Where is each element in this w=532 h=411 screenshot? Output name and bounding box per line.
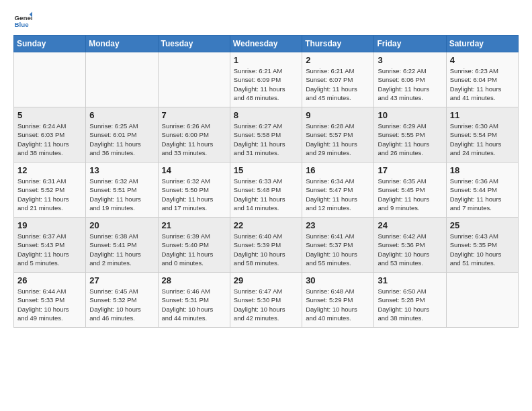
day-number: 21: [162, 220, 226, 230]
cell-info: Sunrise: 6:46 AM Sunset: 5:31 PM Dayligh…: [162, 287, 226, 322]
day-number: 14: [162, 165, 226, 175]
calendar-week-1: 1Sunrise: 6:21 AM Sunset: 6:09 PM Daylig…: [14, 52, 519, 107]
day-number: 16: [306, 165, 370, 175]
cell-info: Sunrise: 6:41 AM Sunset: 5:37 PM Dayligh…: [306, 232, 370, 267]
calendar-week-5: 26Sunrise: 6:44 AM Sunset: 5:33 PM Dayli…: [14, 273, 519, 328]
cell-info: Sunrise: 6:21 AM Sunset: 6:09 PM Dayligh…: [234, 66, 298, 102]
weekday-row: Sunday Monday Tuesday Wednesday Thursday…: [14, 36, 519, 52]
calendar-cell: [446, 273, 518, 328]
calendar-week-2: 5Sunrise: 6:24 AM Sunset: 6:03 PM Daylig…: [14, 107, 519, 163]
calendar-cell: 26Sunrise: 6:44 AM Sunset: 5:33 PM Dayli…: [14, 273, 86, 328]
cell-info: Sunrise: 6:50 AM Sunset: 5:28 PM Dayligh…: [378, 287, 442, 322]
calendar-cell: 23Sunrise: 6:41 AM Sunset: 5:37 PM Dayli…: [302, 218, 374, 273]
calendar-cell: 2Sunrise: 6:21 AM Sunset: 6:07 PM Daylig…: [302, 52, 374, 107]
calendar-cell: 19Sunrise: 6:37 AM Sunset: 5:43 PM Dayli…: [14, 218, 86, 273]
header: General Blue: [13, 11, 519, 30]
calendar-cell: 1Sunrise: 6:21 AM Sunset: 6:09 PM Daylig…: [230, 52, 302, 107]
cell-info: Sunrise: 6:24 AM Sunset: 6:03 PM Dayligh…: [17, 122, 82, 157]
day-number: 3: [378, 55, 442, 65]
cell-info: Sunrise: 6:36 AM Sunset: 5:44 PM Dayligh…: [450, 177, 515, 212]
cell-info: Sunrise: 6:38 AM Sunset: 5:41 PM Dayligh…: [89, 232, 154, 267]
calendar-cell: 17Sunrise: 6:35 AM Sunset: 5:45 PM Dayli…: [374, 163, 446, 218]
day-number: 17: [378, 165, 442, 175]
cell-info: Sunrise: 6:35 AM Sunset: 5:45 PM Dayligh…: [378, 177, 442, 212]
calendar-body: 1Sunrise: 6:21 AM Sunset: 6:09 PM Daylig…: [14, 52, 519, 328]
cell-info: Sunrise: 6:48 AM Sunset: 5:29 PM Dayligh…: [306, 287, 370, 322]
calendar-cell: 24Sunrise: 6:42 AM Sunset: 5:36 PM Dayli…: [374, 218, 446, 273]
day-number: 15: [234, 165, 298, 175]
cell-info: Sunrise: 6:43 AM Sunset: 5:35 PM Dayligh…: [450, 232, 515, 267]
cell-info: Sunrise: 6:31 AM Sunset: 5:52 PM Dayligh…: [17, 177, 82, 212]
day-number: 4: [450, 55, 515, 65]
day-number: 24: [378, 220, 442, 230]
calendar: Sunday Monday Tuesday Wednesday Thursday…: [13, 35, 519, 328]
cell-info: Sunrise: 6:27 AM Sunset: 5:58 PM Dayligh…: [234, 122, 298, 157]
day-number: 31: [378, 275, 442, 285]
cell-info: Sunrise: 6:26 AM Sunset: 6:00 PM Dayligh…: [162, 122, 226, 157]
weekday-wednesday: Wednesday: [230, 36, 302, 52]
day-number: 28: [162, 275, 226, 285]
calendar-cell: 28Sunrise: 6:46 AM Sunset: 5:31 PM Dayli…: [158, 273, 230, 328]
day-number: 25: [450, 220, 515, 230]
cell-info: Sunrise: 6:30 AM Sunset: 5:54 PM Dayligh…: [450, 122, 515, 157]
cell-info: Sunrise: 6:21 AM Sunset: 6:07 PM Dayligh…: [306, 66, 370, 102]
calendar-cell: 7Sunrise: 6:26 AM Sunset: 6:00 PM Daylig…: [158, 107, 230, 163]
cell-info: Sunrise: 6:22 AM Sunset: 6:06 PM Dayligh…: [378, 66, 442, 102]
cell-info: Sunrise: 6:39 AM Sunset: 5:40 PM Dayligh…: [162, 232, 226, 267]
cell-info: Sunrise: 6:42 AM Sunset: 5:36 PM Dayligh…: [378, 232, 442, 267]
weekday-sunday: Sunday: [14, 36, 86, 52]
cell-info: Sunrise: 6:34 AM Sunset: 5:47 PM Dayligh…: [306, 177, 370, 212]
day-number: 6: [89, 110, 154, 120]
calendar-cell: 22Sunrise: 6:40 AM Sunset: 5:39 PM Dayli…: [230, 218, 302, 273]
calendar-cell: 11Sunrise: 6:30 AM Sunset: 5:54 PM Dayli…: [446, 107, 518, 163]
calendar-cell: [86, 52, 158, 107]
logo-icon: General Blue: [13, 11, 32, 30]
calendar-cell: 27Sunrise: 6:45 AM Sunset: 5:32 PM Dayli…: [86, 273, 158, 328]
cell-info: Sunrise: 6:44 AM Sunset: 5:33 PM Dayligh…: [17, 287, 82, 322]
weekday-monday: Monday: [86, 36, 158, 52]
day-number: 12: [17, 165, 82, 175]
day-number: 2: [306, 55, 370, 65]
calendar-cell: 14Sunrise: 6:32 AM Sunset: 5:50 PM Dayli…: [158, 163, 230, 218]
calendar-cell: 30Sunrise: 6:48 AM Sunset: 5:29 PM Dayli…: [302, 273, 374, 328]
calendar-cell: 13Sunrise: 6:32 AM Sunset: 5:51 PM Dayli…: [86, 163, 158, 218]
day-number: 26: [17, 275, 82, 285]
cell-info: Sunrise: 6:29 AM Sunset: 5:55 PM Dayligh…: [378, 122, 442, 157]
calendar-cell: 20Sunrise: 6:38 AM Sunset: 5:41 PM Dayli…: [86, 218, 158, 273]
calendar-header: Sunday Monday Tuesday Wednesday Thursday…: [14, 36, 519, 52]
cell-info: Sunrise: 6:40 AM Sunset: 5:39 PM Dayligh…: [234, 232, 298, 267]
calendar-cell: 12Sunrise: 6:31 AM Sunset: 5:52 PM Dayli…: [14, 163, 86, 218]
svg-text:Blue: Blue: [14, 21, 29, 28]
calendar-cell: 10Sunrise: 6:29 AM Sunset: 5:55 PM Dayli…: [374, 107, 446, 163]
day-number: 19: [17, 220, 82, 230]
calendar-cell: 25Sunrise: 6:43 AM Sunset: 5:35 PM Dayli…: [446, 218, 518, 273]
calendar-cell: 29Sunrise: 6:47 AM Sunset: 5:30 PM Dayli…: [230, 273, 302, 328]
calendar-cell: 31Sunrise: 6:50 AM Sunset: 5:28 PM Dayli…: [374, 273, 446, 328]
cell-info: Sunrise: 6:33 AM Sunset: 5:48 PM Dayligh…: [234, 177, 298, 212]
day-number: 30: [306, 275, 370, 285]
cell-info: Sunrise: 6:37 AM Sunset: 5:43 PM Dayligh…: [17, 232, 82, 267]
cell-info: Sunrise: 6:25 AM Sunset: 6:01 PM Dayligh…: [89, 122, 154, 157]
cell-info: Sunrise: 6:32 AM Sunset: 5:51 PM Dayligh…: [89, 177, 154, 212]
calendar-cell: 21Sunrise: 6:39 AM Sunset: 5:40 PM Dayli…: [158, 218, 230, 273]
day-number: 22: [234, 220, 298, 230]
cell-info: Sunrise: 6:23 AM Sunset: 6:04 PM Dayligh…: [450, 66, 515, 102]
day-number: 20: [89, 220, 154, 230]
day-number: 18: [450, 165, 515, 175]
weekday-tuesday: Tuesday: [158, 36, 230, 52]
weekday-friday: Friday: [374, 36, 446, 52]
cell-info: Sunrise: 6:45 AM Sunset: 5:32 PM Dayligh…: [89, 287, 154, 322]
calendar-cell: 16Sunrise: 6:34 AM Sunset: 5:47 PM Dayli…: [302, 163, 374, 218]
calendar-cell: 3Sunrise: 6:22 AM Sunset: 6:06 PM Daylig…: [374, 52, 446, 107]
day-number: 1: [234, 55, 298, 65]
calendar-week-4: 19Sunrise: 6:37 AM Sunset: 5:43 PM Dayli…: [14, 218, 519, 273]
calendar-cell: [14, 52, 86, 107]
day-number: 13: [89, 165, 154, 175]
day-number: 8: [234, 110, 298, 120]
day-number: 9: [306, 110, 370, 120]
calendar-cell: 8Sunrise: 6:27 AM Sunset: 5:58 PM Daylig…: [230, 107, 302, 163]
cell-info: Sunrise: 6:32 AM Sunset: 5:50 PM Dayligh…: [162, 177, 226, 212]
calendar-cell: 4Sunrise: 6:23 AM Sunset: 6:04 PM Daylig…: [446, 52, 518, 107]
calendar-week-3: 12Sunrise: 6:31 AM Sunset: 5:52 PM Dayli…: [14, 163, 519, 218]
calendar-cell: 15Sunrise: 6:33 AM Sunset: 5:48 PM Dayli…: [230, 163, 302, 218]
